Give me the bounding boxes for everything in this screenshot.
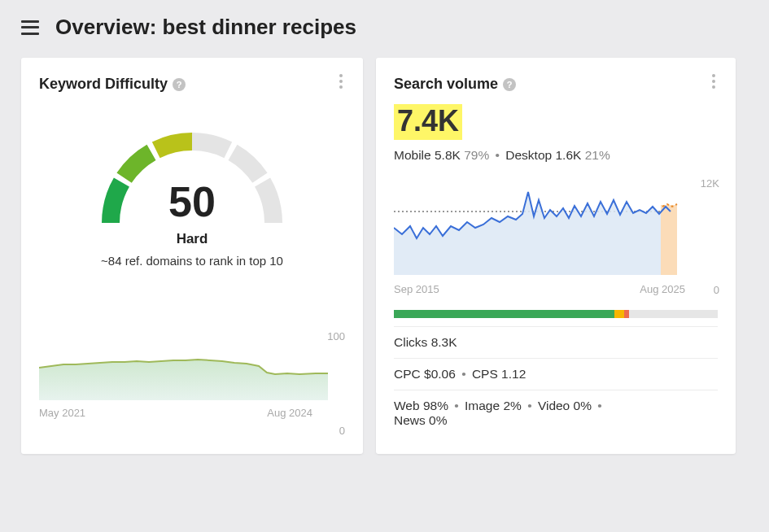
kd-note: ~84 ref. domains to rank in top 10 (62, 254, 322, 268)
serp-row: Web 98% • Image 2% • Video 0% • News 0% (394, 390, 718, 436)
clicks-label: Clicks (394, 335, 427, 349)
web-val: 98% (423, 399, 448, 412)
clicks-distribution-bar (394, 310, 718, 318)
cps-val: 1.12 (501, 367, 526, 381)
sv-desktop-pct: 21% (585, 148, 610, 162)
help-icon[interactable]: ? (173, 78, 186, 91)
sv-trend-chart: 12K 0 (394, 177, 718, 278)
kd-ymax: 100 (327, 330, 345, 342)
sv-title: Search volume (394, 76, 498, 93)
kd-trend-chart: 100 0 May 2021 Aug 2024 (39, 334, 345, 419)
cpc-val: $0.06 (424, 367, 456, 381)
web-label: Web (394, 399, 420, 412)
sv-ymax: 12K (701, 177, 719, 190)
kd-value: 50 (86, 177, 298, 226)
cps-label: CPS (472, 367, 498, 381)
image-label: Image (465, 399, 500, 412)
search-volume-card: Search volume ? 7.4K Mobile 5.8K 79% • D… (376, 58, 736, 454)
video-val: 0% (574, 399, 592, 412)
kd-label: Hard (86, 231, 298, 247)
sv-mobile-label: Mobile (394, 148, 431, 162)
video-label: Video (538, 399, 570, 412)
sv-desktop-label: Desktop (505, 148, 552, 162)
sv-desktop-val: 1.6K (555, 148, 581, 162)
svg-rect-2 (661, 205, 677, 275)
kd-ymin: 0 (339, 425, 345, 437)
sv-breakdown: Mobile 5.8K 79% • Desktop 1.6K 21% (394, 148, 718, 163)
keyword-difficulty-card: Keyword Difficulty ? 50 Hard ~84 ref. do… (21, 58, 363, 454)
clicks-row: Clicks 8.3K (394, 326, 718, 358)
menu-icon[interactable] (21, 20, 39, 35)
news-label: News (394, 413, 426, 427)
sv-mobile-val: 5.8K (435, 148, 461, 162)
sv-value: 7.4K (394, 104, 462, 140)
kd-gauge: 50 Hard ~84 ref. domains to rank in top … (86, 117, 298, 272)
card-menu-icon[interactable] (334, 74, 348, 89)
sv-date-end: Aug 2025 (640, 283, 685, 295)
news-val: 0% (429, 413, 447, 427)
sv-mobile-pct: 79% (464, 148, 489, 162)
cpc-label: CPC (394, 367, 421, 381)
image-val: 2% (503, 399, 521, 412)
card-menu-icon[interactable] (706, 74, 721, 89)
page-title: Overview: best dinner recipes (55, 15, 356, 40)
sv-ymin: 0 (714, 284, 719, 296)
cpc-row: CPC $0.06 • CPS 1.12 (394, 358, 718, 390)
kd-date-start: May 2021 (39, 407, 85, 419)
kd-title: Keyword Difficulty (39, 76, 168, 93)
help-icon[interactable]: ? (503, 78, 516, 91)
kd-date-end: Aug 2024 (267, 407, 312, 419)
sv-date-start: Sep 2015 (394, 283, 439, 295)
clicks-val: 8.3K (431, 335, 457, 349)
